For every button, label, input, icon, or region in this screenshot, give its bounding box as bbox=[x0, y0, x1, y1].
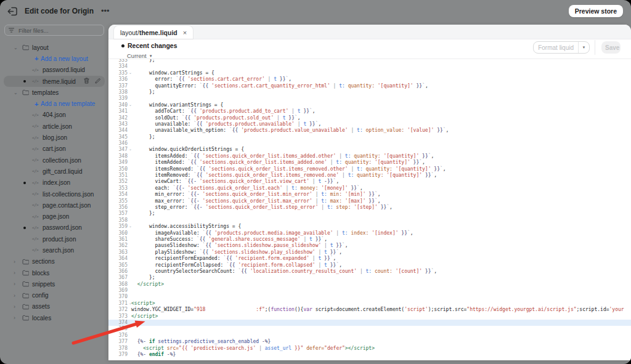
save-button[interactable]: Save bbox=[601, 41, 621, 54]
sidebar-item-password-json[interactable]: </>password.json bbox=[4, 222, 105, 233]
sidebar-item-page-json[interactable]: </>page.json bbox=[4, 211, 105, 222]
sidebar-item-assets[interactable]: ›assets bbox=[4, 301, 105, 312]
fold-chevron-icon[interactable]: ⌄ bbox=[129, 146, 132, 152]
code-line-363[interactable]: 363 playSlideshow: `{{ 'sections.slidesh… bbox=[108, 249, 631, 256]
code-line-358[interactable]: 358 bbox=[108, 217, 631, 224]
chevron-right-icon[interactable]: › bbox=[14, 281, 22, 286]
sidebar-item-add-a-new-layout[interactable]: +Add a new layout bbox=[4, 53, 105, 64]
code-line-345[interactable]: 345 }; bbox=[108, 134, 631, 140]
sidebar-item-list-collections-json[interactable]: </>list-collections.json bbox=[4, 188, 105, 200]
code-line-337[interactable]: 337 quantityError: `{{ 'sections.cart.ca… bbox=[108, 83, 631, 89]
code-line-341[interactable]: 341 addToCart: `{{ 'products.product.add… bbox=[108, 108, 631, 115]
code-line-378[interactable]: 378 <script src="{{ 'predictive-search.j… bbox=[108, 346, 631, 352]
chevron-right-icon[interactable]: › bbox=[14, 270, 22, 275]
sidebar-item-index-json[interactable]: </>index.json bbox=[4, 177, 105, 188]
close-tab-icon[interactable]: × bbox=[183, 30, 187, 36]
code-line-346[interactable]: 346 bbox=[108, 140, 631, 147]
code-line-374[interactable]: 374 bbox=[108, 320, 631, 326]
code-line-364[interactable]: 364 recipientFormExpanded: `{{ 'recipien… bbox=[108, 256, 631, 262]
sidebar-item-add-a-new-template[interactable]: +Add a new template bbox=[4, 98, 105, 109]
chevron-right-icon[interactable]: › bbox=[14, 315, 22, 320]
code-line-369[interactable]: 369 bbox=[108, 288, 631, 294]
sidebar-item-cart-json[interactable]: </>cart.json bbox=[4, 144, 105, 155]
sidebar-item-404-json[interactable]: </>404.json bbox=[4, 110, 105, 121]
code-line-344[interactable]: 344 unavailable_with_option: `{{ 'produc… bbox=[108, 127, 631, 134]
chevron-right-icon[interactable]: › bbox=[14, 259, 22, 264]
filter-files-input[interactable] bbox=[17, 26, 100, 34]
code-line-347[interactable]: 347⌄ window.quickOrderListStrings = { bbox=[108, 147, 631, 153]
rename-file-icon[interactable] bbox=[95, 78, 100, 85]
code-line-339[interactable]: 339 bbox=[108, 95, 631, 102]
file-code-icon: </> bbox=[32, 169, 39, 174]
code-line-333[interactable]: 333 }; bbox=[108, 59, 631, 63]
code-line-368[interactable]: 368 </script> bbox=[108, 281, 631, 288]
chevron-right-icon[interactable]: › bbox=[14, 293, 22, 298]
tab-theme-liquid[interactable]: layout/theme.liquid × bbox=[114, 26, 193, 39]
fold-chevron-icon[interactable]: ⌄ bbox=[129, 300, 132, 306]
sidebar-item-theme-liquid[interactable]: </>theme.liquid bbox=[4, 76, 105, 87]
code-line-373[interactable]: 373</script> bbox=[108, 313, 631, 320]
chevron-down-icon[interactable]: ⌄ bbox=[14, 45, 22, 51]
sidebar-item-blocks[interactable]: ›blocks bbox=[4, 267, 105, 278]
code-line-354[interactable]: 354 min_error: `{{- 'sections.quick_orde… bbox=[108, 192, 631, 198]
code-line-372[interactable]: 372window.YGC_WIDGET_ID="918 :f";(functi… bbox=[108, 307, 631, 313]
code-line-360[interactable]: 360 imageAvailable: `{{ 'products.produc… bbox=[108, 230, 631, 237]
more-actions-icon[interactable]: ••• bbox=[101, 8, 110, 14]
code-line-351[interactable]: 351 itemRemoved: `{{ 'sections.quick_ord… bbox=[108, 172, 631, 179]
sidebar-item-config[interactable]: ›config bbox=[4, 290, 105, 301]
chevron-right-icon[interactable]: › bbox=[14, 304, 22, 309]
sidebar-item-locales[interactable]: ›locales bbox=[4, 312, 105, 323]
sidebar-item-page-contact-json[interactable]: </>page.contact.json bbox=[4, 200, 105, 211]
code-viewport[interactable]: 333 };334335⌄ window.cartStrings = {336 … bbox=[108, 59, 631, 360]
code-line-343[interactable]: 343 unavailable: `{{ 'products.product.u… bbox=[108, 121, 631, 127]
code-line-348[interactable]: 348 itemsAdded: `{{ 'sections.quick_orde… bbox=[108, 153, 631, 160]
code-line-359[interactable]: 359⌄ window.accessibilityStrings = { bbox=[108, 224, 631, 230]
code-line-357[interactable]: 357 }; bbox=[108, 211, 631, 217]
code-line-340[interactable]: 340⌄ window.variantStrings = { bbox=[108, 102, 631, 108]
sidebar-item-password-liquid[interactable]: </>password.liquid bbox=[4, 65, 105, 76]
sidebar-item-snippets[interactable]: ›snippets bbox=[4, 278, 105, 289]
code-line-361[interactable]: 361 shareSuccess: `{{ 'general.share.suc… bbox=[108, 237, 631, 243]
code-line-336[interactable]: 336 error: `{{ 'sections.cart.cart_error… bbox=[108, 76, 631, 83]
sidebar-item-article-json[interactable]: </>article.json bbox=[4, 121, 105, 132]
code-line-334[interactable]: 334 bbox=[108, 63, 631, 70]
fold-chevron-icon[interactable]: ⌄ bbox=[129, 102, 132, 108]
format-liquid-button[interactable]: Format liquid ▼ bbox=[533, 41, 590, 54]
fold-chevron-icon[interactable]: ⌄ bbox=[129, 70, 132, 76]
code-line-371[interactable]: 371⌄<script> bbox=[108, 301, 631, 307]
filter-files-box[interactable] bbox=[4, 25, 104, 36]
fold-chevron-icon[interactable]: ⌄ bbox=[129, 223, 132, 229]
format-options-chevron-icon[interactable]: ▼ bbox=[578, 42, 589, 53]
code-line-379[interactable]: 379 {%- endif -%} bbox=[108, 352, 631, 358]
code-line-352[interactable]: 352 viewCart: `{{- 'sections.quick_order… bbox=[108, 179, 631, 185]
code-line-366[interactable]: 366 countrySelectorSearchCount: `{{ 'loc… bbox=[108, 269, 631, 275]
sidebar-item-collection-json[interactable]: </>collection.json bbox=[4, 155, 105, 166]
sidebar-item-sections[interactable]: ›sections bbox=[4, 256, 105, 267]
code-line-377[interactable]: 377 {%- if settings.predictive_search_en… bbox=[108, 339, 631, 345]
code-line-350[interactable]: 350 itemsRemoved: `{{ 'sections.quick_or… bbox=[108, 166, 631, 172]
code-line-356[interactable]: 356 step_error: `{{- 'sections.quick_ord… bbox=[108, 204, 631, 211]
preview-store-button[interactable]: Preview store bbox=[569, 5, 623, 17]
chevron-down-icon[interactable]: ⌄ bbox=[14, 90, 22, 95]
code-line-362[interactable]: 362 pauseSlideshow: `{{ 'sections.slides… bbox=[108, 243, 631, 249]
code-line-353[interactable]: 353 each: `{{- 'sections.quick_order_lis… bbox=[108, 185, 631, 192]
code-line-355[interactable]: 355 max_error: `{{- 'sections.quick_orde… bbox=[108, 198, 631, 204]
sidebar-item-templates[interactable]: ⌄templates bbox=[4, 87, 105, 98]
code-line-375[interactable]: 375 bbox=[108, 326, 631, 332]
delete-file-icon[interactable] bbox=[84, 78, 89, 85]
sidebar-item-search-json[interactable]: </>search.json bbox=[4, 245, 105, 256]
exit-editor-icon[interactable] bbox=[7, 6, 18, 16]
sidebar-item-product-json[interactable]: </>product.json bbox=[4, 233, 105, 245]
sidebar-item-blog-json[interactable]: </>blog.json bbox=[4, 132, 105, 143]
sidebar-item-layout[interactable]: ⌄layout bbox=[4, 42, 105, 53]
code-line-349[interactable]: 349 itemAdded: `{{ 'sections.quick_order… bbox=[108, 160, 631, 166]
code-line-342[interactable]: 342 soldOut: `{{ 'products.product.sold_… bbox=[108, 115, 631, 121]
sidebar-item-gift-card-liquid[interactable]: </>gift_card.liquid bbox=[4, 166, 105, 177]
code-line-335[interactable]: 335⌄ window.cartStrings = { bbox=[108, 70, 631, 76]
code-line-376[interactable]: 376 bbox=[108, 333, 631, 339]
code-line-365[interactable]: 365 recipientFormCollapsed: `{{ 'recipie… bbox=[108, 262, 631, 269]
code-line-370[interactable]: 370 bbox=[108, 294, 631, 300]
code-line-338[interactable]: 338 }; bbox=[108, 89, 631, 95]
code-line-367[interactable]: 367 }; bbox=[108, 275, 631, 281]
version-dropdown[interactable]: Current ▼ bbox=[127, 52, 153, 59]
